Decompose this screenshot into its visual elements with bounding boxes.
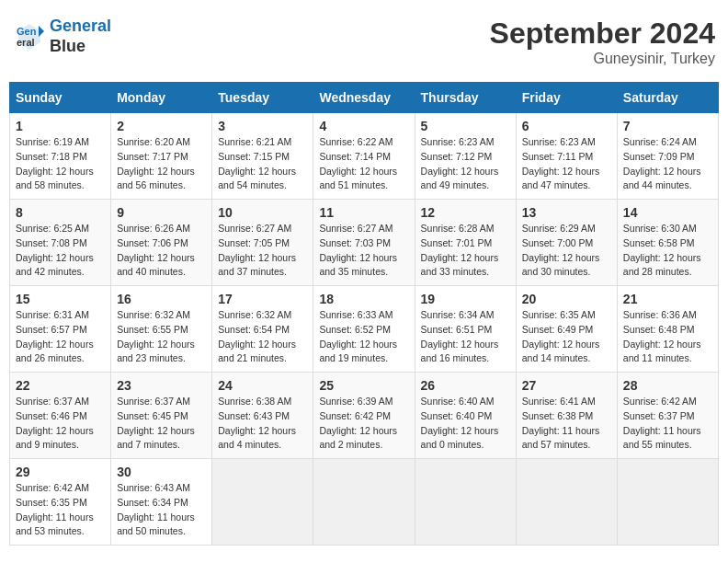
- calendar-cell: 17Sunrise: 6:32 AM Sunset: 6:54 PM Dayli…: [212, 286, 313, 373]
- day-number: 22: [16, 378, 105, 393]
- logo: Gen eral General Blue: [13, 17, 111, 56]
- calendar-cell: 20Sunrise: 6:35 AM Sunset: 6:49 PM Dayli…: [516, 286, 617, 373]
- calendar-cell: 1Sunrise: 6:19 AM Sunset: 7:18 PM Daylig…: [10, 113, 111, 200]
- day-number: 9: [117, 205, 206, 220]
- weekday-header-thursday: Thursday: [415, 83, 516, 113]
- day-info: Sunrise: 6:40 AM Sunset: 6:40 PM Dayligh…: [421, 395, 510, 453]
- calendar-cell: 19Sunrise: 6:34 AM Sunset: 6:51 PM Dayli…: [415, 286, 516, 373]
- day-number: 13: [522, 205, 611, 220]
- calendar-cell: 18Sunrise: 6:33 AM Sunset: 6:52 PM Dayli…: [313, 286, 415, 373]
- calendar-week-row: 1Sunrise: 6:19 AM Sunset: 7:18 PM Daylig…: [10, 113, 719, 200]
- page-header: Gen eral General Blue September 2024 Gun…: [9, 9, 719, 75]
- day-info: Sunrise: 6:42 AM Sunset: 6:37 PM Dayligh…: [623, 395, 712, 453]
- calendar-cell: [516, 459, 617, 546]
- calendar-cell: 23Sunrise: 6:37 AM Sunset: 6:45 PM Dayli…: [111, 373, 212, 459]
- day-number: 14: [623, 205, 712, 220]
- day-info: Sunrise: 6:32 AM Sunset: 6:54 PM Dayligh…: [218, 308, 307, 366]
- day-info: Sunrise: 6:39 AM Sunset: 6:42 PM Dayligh…: [319, 395, 408, 453]
- day-number: 16: [117, 292, 206, 306]
- calendar-cell: 22Sunrise: 6:37 AM Sunset: 6:46 PM Dayli…: [10, 373, 111, 459]
- day-number: 29: [16, 465, 105, 479]
- calendar-cell: 21Sunrise: 6:36 AM Sunset: 6:48 PM Dayli…: [617, 286, 718, 373]
- weekday-header-tuesday: Tuesday: [212, 83, 313, 113]
- weekday-header-monday: Monday: [111, 83, 212, 113]
- calendar-cell: 28Sunrise: 6:42 AM Sunset: 6:37 PM Dayli…: [617, 373, 718, 459]
- calendar-cell: 3Sunrise: 6:21 AM Sunset: 7:15 PM Daylig…: [212, 113, 313, 200]
- day-number: 17: [218, 292, 307, 306]
- calendar-week-row: 15Sunrise: 6:31 AM Sunset: 6:57 PM Dayli…: [10, 286, 719, 373]
- day-number: 1: [16, 119, 105, 133]
- day-info: Sunrise: 6:22 AM Sunset: 7:14 PM Dayligh…: [319, 135, 408, 193]
- day-number: 2: [117, 119, 206, 133]
- day-number: 23: [117, 378, 206, 393]
- day-number: 11: [319, 205, 408, 220]
- day-number: 4: [319, 119, 408, 133]
- calendar-cell: [617, 459, 718, 546]
- weekday-header-saturday: Saturday: [617, 83, 718, 113]
- calendar-week-row: 8Sunrise: 6:25 AM Sunset: 7:08 PM Daylig…: [10, 200, 719, 286]
- svg-text:Gen: Gen: [17, 26, 37, 37]
- calendar-week-row: 29Sunrise: 6:42 AM Sunset: 6:35 PM Dayli…: [10, 459, 719, 546]
- calendar-table: SundayMondayTuesdayWednesdayThursdayFrid…: [9, 82, 719, 546]
- calendar-cell: 14Sunrise: 6:30 AM Sunset: 6:58 PM Dayli…: [617, 200, 718, 286]
- logo-icon: Gen eral: [13, 20, 46, 53]
- day-number: 27: [522, 378, 611, 393]
- calendar-cell: 24Sunrise: 6:38 AM Sunset: 6:43 PM Dayli…: [212, 373, 313, 459]
- logo-line1: General: [50, 17, 111, 35]
- calendar-cell: 27Sunrise: 6:41 AM Sunset: 6:38 PM Dayli…: [516, 373, 617, 459]
- day-info: Sunrise: 6:19 AM Sunset: 7:18 PM Dayligh…: [16, 135, 105, 193]
- day-number: 6: [522, 119, 611, 133]
- day-number: 7: [623, 119, 712, 133]
- weekday-header-wednesday: Wednesday: [313, 83, 415, 113]
- day-number: 19: [421, 292, 510, 306]
- day-info: Sunrise: 6:24 AM Sunset: 7:09 PM Dayligh…: [623, 135, 712, 193]
- weekday-header-friday: Friday: [516, 83, 617, 113]
- day-info: Sunrise: 6:20 AM Sunset: 7:17 PM Dayligh…: [117, 135, 206, 193]
- logo-line2: Blue: [50, 37, 111, 57]
- day-number: 18: [319, 292, 408, 306]
- day-info: Sunrise: 6:27 AM Sunset: 7:03 PM Dayligh…: [319, 222, 408, 280]
- day-number: 10: [218, 205, 307, 220]
- day-number: 12: [421, 205, 510, 220]
- day-info: Sunrise: 6:26 AM Sunset: 7:06 PM Dayligh…: [117, 222, 206, 280]
- day-number: 20: [522, 292, 611, 306]
- calendar-cell: 12Sunrise: 6:28 AM Sunset: 7:01 PM Dayli…: [415, 200, 516, 286]
- day-number: 21: [623, 292, 712, 306]
- day-info: Sunrise: 6:37 AM Sunset: 6:46 PM Dayligh…: [16, 395, 105, 453]
- day-info: Sunrise: 6:23 AM Sunset: 7:12 PM Dayligh…: [421, 135, 510, 193]
- day-info: Sunrise: 6:28 AM Sunset: 7:01 PM Dayligh…: [421, 222, 510, 280]
- calendar-cell: 4Sunrise: 6:22 AM Sunset: 7:14 PM Daylig…: [313, 113, 415, 200]
- day-info: Sunrise: 6:42 AM Sunset: 6:35 PM Dayligh…: [16, 481, 105, 539]
- calendar-cell: 2Sunrise: 6:20 AM Sunset: 7:17 PM Daylig…: [111, 113, 212, 200]
- calendar-cell: 29Sunrise: 6:42 AM Sunset: 6:35 PM Dayli…: [10, 459, 111, 546]
- day-info: Sunrise: 6:29 AM Sunset: 7:00 PM Dayligh…: [522, 222, 611, 280]
- day-info: Sunrise: 6:32 AM Sunset: 6:55 PM Dayligh…: [117, 308, 206, 366]
- day-info: Sunrise: 6:34 AM Sunset: 6:51 PM Dayligh…: [421, 308, 510, 366]
- title-block: September 2024 Guneysinir, Turkey: [490, 17, 715, 67]
- calendar-week-row: 22Sunrise: 6:37 AM Sunset: 6:46 PM Dayli…: [10, 373, 719, 459]
- calendar-cell: 26Sunrise: 6:40 AM Sunset: 6:40 PM Dayli…: [415, 373, 516, 459]
- calendar-cell: 9Sunrise: 6:26 AM Sunset: 7:06 PM Daylig…: [111, 200, 212, 286]
- day-number: 5: [421, 119, 510, 133]
- day-number: 28: [623, 378, 712, 393]
- day-info: Sunrise: 6:35 AM Sunset: 6:49 PM Dayligh…: [522, 308, 611, 366]
- calendar-cell: 7Sunrise: 6:24 AM Sunset: 7:09 PM Daylig…: [617, 113, 718, 200]
- calendar-cell: 25Sunrise: 6:39 AM Sunset: 6:42 PM Dayli…: [313, 373, 415, 459]
- day-number: 8: [16, 205, 105, 220]
- day-info: Sunrise: 6:30 AM Sunset: 6:58 PM Dayligh…: [623, 222, 712, 280]
- logo-text: General Blue: [50, 17, 111, 56]
- month-title: September 2024: [490, 17, 715, 51]
- day-info: Sunrise: 6:23 AM Sunset: 7:11 PM Dayligh…: [522, 135, 611, 193]
- svg-text:eral: eral: [17, 37, 35, 48]
- calendar-cell: 10Sunrise: 6:27 AM Sunset: 7:05 PM Dayli…: [212, 200, 313, 286]
- calendar-cell: [415, 459, 516, 546]
- calendar-cell: 15Sunrise: 6:31 AM Sunset: 6:57 PM Dayli…: [10, 286, 111, 373]
- day-number: 25: [319, 378, 408, 393]
- calendar-cell: 5Sunrise: 6:23 AM Sunset: 7:12 PM Daylig…: [415, 113, 516, 200]
- day-info: Sunrise: 6:36 AM Sunset: 6:48 PM Dayligh…: [623, 308, 712, 366]
- day-number: 30: [117, 465, 206, 479]
- calendar-cell: 30Sunrise: 6:43 AM Sunset: 6:34 PM Dayli…: [111, 459, 212, 546]
- day-info: Sunrise: 6:41 AM Sunset: 6:38 PM Dayligh…: [522, 395, 611, 453]
- calendar-cell: 13Sunrise: 6:29 AM Sunset: 7:00 PM Dayli…: [516, 200, 617, 286]
- weekday-header-row: SundayMondayTuesdayWednesdayThursdayFrid…: [10, 83, 719, 113]
